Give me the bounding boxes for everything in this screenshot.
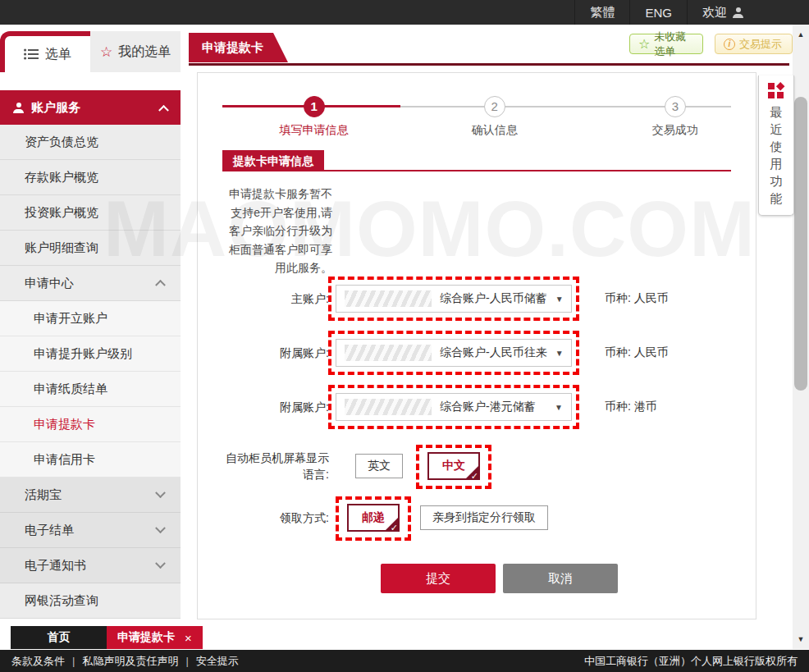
sidebar-item-apply-upgrade-account[interactable]: 申请提升账户级别: [0, 336, 181, 372]
bottom-tab-home[interactable]: 首页: [11, 626, 107, 649]
footer-link-terms[interactable]: 条款及条件: [11, 654, 65, 669]
sidebar-item-account-detail-enquiry[interactable]: 账户明细查询: [0, 231, 181, 266]
sidebar-item-e-statement[interactable]: 电子结单: [0, 513, 181, 548]
step-wizard: 1 填写申请信息 2 确认信息 3 交易成功: [222, 96, 731, 147]
favorites-button[interactable]: ☆ 未收藏选单: [629, 34, 703, 54]
list-icon: [24, 48, 39, 60]
sidebar-item-label: 网银活动查询: [25, 593, 98, 607]
sidebar-item-apply-credit-card[interactable]: 申请信用卡: [0, 442, 181, 478]
delivery-mail-option-selected[interactable]: 邮递 ✓: [347, 504, 400, 532]
sidebar: 账户服务 资产负债总览 存款账户概览 投资账户概览 账户明细查询 申请中心 申请…: [0, 90, 181, 619]
form-row-delivery-method: 领取方式: 邮递 ✓ 亲身到指定分行领取: [222, 498, 731, 537]
sidebar-item-label: 账户明细查询: [25, 240, 98, 254]
close-icon[interactable]: ×: [185, 631, 192, 645]
sidebar-item-apply-paper-statement[interactable]: 申请纸质结单: [0, 372, 181, 407]
sidebar-item-label: 电子通知书: [25, 558, 86, 572]
welcome-label: 欢迎: [702, 5, 727, 21]
form-row-primary-account: 主账户: 综合账户-人民币储蓄 ▼ 币种: 人民币: [222, 280, 731, 318]
section-header: 提款卡申请信息: [222, 150, 731, 171]
transaction-tips-button[interactable]: i 交易提示: [715, 34, 793, 54]
star-icon: ☆: [100, 43, 112, 61]
recent-char: 用: [759, 155, 793, 172]
sidebar-item-ebanking-activity-enquiry[interactable]: 网银活动查询: [0, 583, 181, 619]
option-label: 邮递: [362, 510, 385, 525]
sidebar-header-account-services[interactable]: 账户服务: [0, 90, 181, 125]
welcome-user-menu[interactable]: 欢迎: [687, 0, 758, 25]
sidebar-item-apply-withdrawal-card[interactable]: 申请提款卡: [0, 407, 181, 442]
tab-menu-label: 选单: [45, 46, 71, 63]
dropdown-arrow-icon: ▼: [555, 295, 564, 304]
language-chinese-option-selected[interactable]: 中文 ✓: [427, 452, 480, 480]
sub-account-2-select[interactable]: 综合账户-港元储蓄 ▼: [336, 393, 572, 421]
sidebar-item-asset-liability-overview[interactable]: 资产负债总览: [0, 125, 181, 160]
recent-char: 功: [759, 172, 793, 190]
language-traditional-button[interactable]: 繁體: [574, 0, 629, 25]
sidebar-item-current-treasure[interactable]: 活期宝: [0, 478, 181, 513]
footer-link-privacy[interactable]: 私隐声明及责任声明: [82, 654, 178, 669]
sidebar-item-label: 申请纸质结单: [34, 382, 107, 395]
sidebar-item-apply-open-account[interactable]: 申请开立账户: [0, 301, 181, 336]
currency-value: 币种: 港币: [605, 400, 657, 414]
sub-account-1-select[interactable]: 综合账户-人民币往来 ▼: [336, 339, 572, 367]
sidebar-item-investment-account-overview[interactable]: 投资账户概览: [0, 195, 181, 231]
language-traditional-label: 繁體: [590, 5, 615, 21]
form-row-atm-language: 自动柜员机屏幕显示语言: 英文 中文 ✓: [222, 444, 731, 488]
favorites-label: 未收藏选单: [654, 30, 694, 59]
header-divider: [189, 63, 789, 66]
submit-button[interactable]: 提交: [381, 564, 496, 593]
tab-menu[interactable]: 选单: [0, 31, 90, 72]
primary-account-value: 综合账户-人民币储蓄: [440, 291, 547, 306]
step-1-circle: 1: [304, 96, 325, 117]
sub-account-label: 附属账户:: [222, 399, 329, 415]
language-english-button[interactable]: ENG: [629, 0, 687, 25]
footer-copyright: 中国工商银行（亚洲）个人网上银行版权所有: [584, 654, 798, 669]
tab-my-menu-label: 我的选单: [118, 43, 171, 61]
check-icon: ✓: [391, 523, 398, 533]
recent-char: 能: [759, 190, 793, 207]
check-icon: ✓: [471, 471, 478, 482]
form-row-sub-account-1: 附属账户: 综合账户-人民币往来 ▼ 币种: 人民币: [222, 334, 731, 372]
sub-account-label: 附属账户:: [222, 345, 329, 361]
sidebar-item-e-advice[interactable]: 电子通知书: [0, 548, 181, 583]
primary-account-select[interactable]: 综合账户-人民币储蓄 ▼: [336, 285, 572, 313]
step-1: 1 填写申请信息: [261, 96, 368, 138]
delivery-branch-option[interactable]: 亲身到指定分行领取: [420, 505, 548, 530]
step-2-circle: 2: [484, 96, 505, 117]
scrollbar-thumb[interactable]: [794, 97, 807, 391]
notice-text: 申请提款卡服务暂不支持e开户客使用,请客户亲临分行升级为柜面普通客户即可享用此服…: [222, 185, 332, 277]
user-icon: [733, 7, 743, 18]
sidebar-item-label: 活期宝: [25, 487, 62, 501]
sidebar-item-label: 申请开立账户: [34, 311, 107, 325]
recent-functions-panel[interactable]: 最 近 使 用 功 能: [758, 75, 794, 216]
tab-my-menu[interactable]: ☆ 我的选单: [90, 31, 181, 72]
chevron-down-icon: [155, 487, 166, 498]
main-panel: 1 填写申请信息 2 确认信息 3 交易成功 提款卡申请信息 申请提款卡服务暂不…: [197, 72, 756, 619]
sidebar-item-application-center[interactable]: 申请中心: [0, 266, 181, 301]
vertical-scrollbar[interactable]: ▲ ▼: [793, 25, 809, 649]
scroll-up-arrow-icon[interactable]: ▲: [793, 30, 809, 39]
sidebar-item-label: 申请信用卡: [34, 452, 95, 466]
atm-language-label: 自动柜员机屏幕显示语言:: [222, 450, 329, 482]
form-row-sub-account-2: 附属账户: 综合账户-港元储蓄 ▼ 币种: 港币: [222, 388, 731, 426]
masked-account-number: [345, 290, 432, 307]
bottom-tab-apply-withdrawal-card[interactable]: 申请提款卡 ×: [107, 626, 203, 649]
step-1-label: 填写申请信息: [261, 123, 368, 138]
sub-account-2-value: 综合账户-港元储蓄: [440, 400, 536, 414]
sidebar-header-label: 账户服务: [31, 100, 80, 116]
scroll-down-arrow-icon[interactable]: ▼: [793, 635, 809, 643]
currency-value: 币种: 人民币: [605, 291, 669, 306]
step-3-label: 交易成功: [622, 123, 729, 138]
dropdown-arrow-icon: ▼: [555, 349, 564, 358]
cancel-button[interactable]: 取消: [503, 564, 618, 593]
info-icon: i: [724, 39, 735, 50]
recent-char: 最: [759, 103, 793, 121]
sidebar-item-label: 申请中心: [25, 276, 74, 290]
dropdown-arrow-icon: ▼: [555, 403, 563, 412]
recent-functions-label: 最 近 使 用 功 能: [759, 103, 793, 207]
footer-link-security[interactable]: 安全提示: [196, 654, 239, 669]
footer-separator: |: [185, 655, 188, 667]
sidebar-item-deposit-account-overview[interactable]: 存款账户概览: [0, 160, 181, 195]
delivery-method-label: 领取方式:: [222, 510, 329, 526]
language-english-option[interactable]: 英文: [355, 454, 403, 478]
sidebar-item-label: 存款账户概览: [25, 170, 98, 184]
